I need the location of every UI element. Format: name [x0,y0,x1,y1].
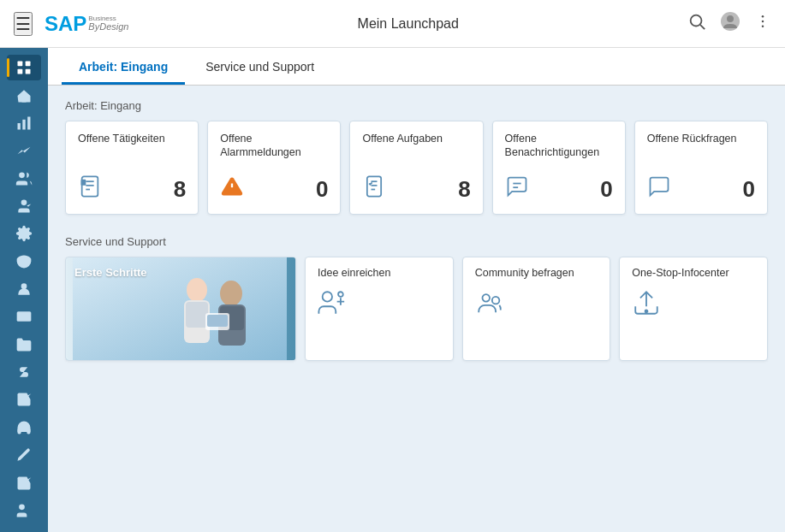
svg-point-47 [323,293,332,302]
svg-rect-46 [207,315,228,327]
content-area: Arbeit: Eingang Service und Support Arbe… [48,48,785,532]
bydesign-text: ByDesign [88,22,128,32]
sidebar-item-reports[interactable] [7,138,41,163]
erste-schritte-title: Erste Schritte [74,266,147,279]
svg-point-4 [762,15,764,18]
sidebar-item-settings[interactable] [7,221,41,246]
svg-rect-13 [27,116,30,129]
svg-rect-41 [186,302,208,328]
bydesign-container: Business ByDesign [88,15,128,32]
sidebar-item-home[interactable] [7,82,41,108]
document-icon [78,174,102,204]
idee-einreichen-label: Idee einreichen [318,266,390,280]
community-label: Community befragen [475,266,574,280]
svg-rect-32 [367,176,381,196]
message-icon [505,174,529,204]
arbeit-cards-row: Offene Tätigkeiten 8 [65,121,768,215]
svg-point-15 [21,199,27,205]
svg-rect-29 [81,180,86,186]
chat-icon [647,174,671,204]
svg-rect-8 [26,62,31,67]
sidebar-item-finance[interactable] [7,359,41,385]
sidebar-item-projects[interactable] [7,332,41,358]
svg-rect-7 [18,62,23,67]
card-erste-schritte[interactable]: Erste Schritte [65,257,296,361]
user-avatar-button[interactable] [720,11,740,36]
card-title-offene-taetigkeiten: Offene Tätigkeiten [78,132,186,145]
svg-point-39 [187,278,207,302]
sap-text: SAP [45,12,86,36]
sidebar-item-overview[interactable] [7,55,41,80]
sidebar-item-notes[interactable] [7,442,41,468]
card-count-offene-alarmmeldungen: 0 [316,176,328,203]
card-offene-rueckfragen[interactable]: Offene Rückfragen 0 [634,121,768,215]
more-button[interactable] [754,13,771,34]
svg-point-14 [19,172,25,178]
main-layout: Arbeit: Eingang Service und Support Arbe… [0,48,785,532]
svg-rect-19 [17,312,32,322]
sidebar-item-cards[interactable] [7,304,41,329]
card-offene-taetigkeiten[interactable]: Offene Tätigkeiten 8 [65,121,199,215]
card-community-befragen[interactable]: Community befragen [462,257,611,361]
sidebar-item-people[interactable] [7,165,41,191]
card-offene-aufgaben[interactable]: Offene Aufgaben 8 [349,121,483,215]
tab-service-support[interactable]: Service und Support [188,48,331,85]
warning-icon [220,174,244,204]
card-bottom-offene-aufgaben: 8 [362,174,470,204]
card-title-offene-aufgaben: Offene Aufgaben [362,132,470,145]
section-arbeit-label: Arbeit: Eingang [65,99,768,112]
content-body: Arbeit: Eingang Offene Tätigkeiten [48,86,785,532]
export-icon [632,288,661,323]
card-bottom-offene-taetigkeiten: 8 [78,174,186,204]
svg-rect-25 [82,176,98,196]
svg-point-42 [220,281,242,306]
tab-arbeit-eingang[interactable]: Arbeit: Eingang [62,48,185,85]
svg-point-5 [762,21,764,23]
svg-point-52 [492,297,500,304]
card-bottom-offene-rueckfragen: 0 [647,174,755,204]
card-idee-einreichen[interactable]: Idee einreichen [305,257,454,361]
card-title-offene-alarmmeldungen: Offene Alarmmeldungen [220,132,328,160]
group-add-icon [318,288,347,323]
checklist-icon [362,174,386,204]
svg-point-6 [762,26,764,28]
sidebar-item-compliance[interactable] [7,470,41,495]
svg-point-50 [338,293,343,298]
svg-point-54 [645,310,648,313]
sidebar-item-user-management[interactable] [7,498,41,523]
sidebar-item-support[interactable] [7,415,41,440]
svg-rect-11 [18,123,21,130]
card-offene-benachrichtigungen[interactable]: Offene Benachrichtigungen 0 [492,121,626,215]
tab-bar: Arbeit: Eingang Service und Support [48,48,785,86]
svg-point-0 [691,15,702,27]
svg-point-22 [19,504,25,510]
svg-line-1 [700,25,705,29]
section-service-label: Service und Support [65,235,768,248]
card-bottom-offene-alarmmeldungen: 0 [220,174,328,204]
header-title: Mein Launchpad [128,16,687,32]
community-icon [475,288,504,323]
card-count-offene-rueckfragen: 0 [743,176,755,203]
svg-point-51 [482,294,490,302]
card-count-offene-aufgaben: 8 [458,176,470,203]
erste-schritte-image: Erste Schritte [66,257,295,360]
idee-einreichen-content: Idee einreichen [306,257,453,335]
card-offene-alarmmeldungen[interactable]: Offene Alarmmeldungen 0 [207,121,341,215]
svg-rect-10 [26,69,31,74]
community-content: Community befragen [463,257,610,335]
card-count-offene-taetigkeiten: 8 [174,176,186,203]
sidebar-item-analytics[interactable] [7,110,41,136]
header: ☰ SAP Business ByDesign Mein Launchpad [0,0,785,48]
search-button[interactable] [687,12,706,35]
infocenter-content: One-Stop-Infocenter [620,257,767,335]
card-one-stop-infocenter[interactable]: One-Stop-Infocenter [619,257,768,361]
sidebar-item-sales[interactable] [7,193,41,219]
svg-point-18 [21,283,27,289]
infocenter-label: One-Stop-Infocenter [632,266,729,280]
svg-rect-9 [18,69,23,74]
sidebar-item-contacts[interactable] [7,276,41,302]
hamburger-menu-button[interactable]: ☰ [14,12,33,36]
card-title-offene-benachrichtigungen: Offene Benachrichtigungen [505,132,613,160]
sidebar-item-marketing[interactable] [7,249,41,275]
sidebar-item-tasks[interactable] [7,387,41,412]
